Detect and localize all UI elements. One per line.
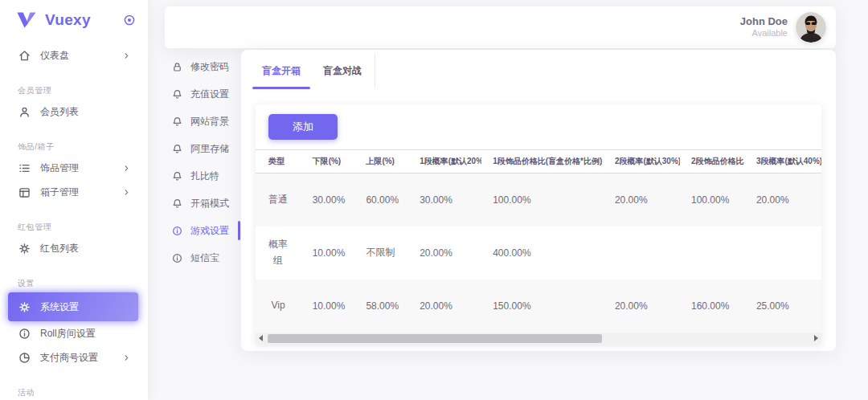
cell-value: 160.00% [680, 280, 745, 333]
cell-value [745, 227, 821, 280]
submenu-item-unbox-mode[interactable]: 开箱模式 [165, 190, 237, 217]
submenu-item-ali-storage[interactable]: 阿里存储 [165, 135, 237, 162]
sidebar-item-redpacket-list[interactable]: 红包列表 [8, 236, 138, 260]
tab-bar: 盲盒开箱 盲盒对战 [241, 50, 836, 92]
gear-icon [18, 242, 31, 255]
cell-value: 150.00% [481, 280, 604, 333]
cell-value: 20.00% [745, 173, 821, 227]
brand: Vuexy [0, 0, 148, 37]
chevron-right-icon [121, 353, 132, 363]
brand-name: Vuexy [45, 11, 122, 29]
lock-icon [171, 61, 183, 73]
scrollbar-track[interactable] [266, 333, 811, 345]
user-icon [18, 105, 31, 119]
sidebar-item-box-management[interactable]: 箱子管理 [8, 180, 138, 204]
bell-icon [171, 170, 183, 182]
submenu-item-zhabite[interactable]: 扎比特 [165, 162, 237, 190]
chevron-right-icon [121, 51, 132, 61]
sidebar-item-item-management[interactable]: 饰品管理 [8, 156, 138, 180]
topbar: John Doe Available [165, 6, 836, 48]
cell-value: 10.00% [301, 227, 355, 280]
cell-value: 100.00% [481, 173, 604, 227]
sidebar-section-members: 会员管理 [0, 82, 148, 100]
submenu-item-website-background[interactable]: 网站背景 [165, 108, 237, 135]
cell-value: 100.00% [680, 173, 745, 227]
tab-bar-divider [375, 53, 375, 88]
cell-value: 10.00% [301, 280, 355, 333]
gear-icon [18, 300, 31, 314]
submenu-item-change-password[interactable]: 修改密码 [165, 53, 237, 80]
add-button[interactable]: 添加 [268, 114, 338, 140]
table-row: 概率组 10.00% 不限制 20.00% 400.00% [256, 227, 821, 280]
scroll-left-arrow[interactable] [256, 333, 266, 345]
cell-value: 60.00% [354, 173, 408, 227]
col-header-upper-limit: 上限(%) [354, 150, 408, 173]
col-header-stage3-probability: 3段概率(默认40%) [745, 150, 821, 173]
submenu-item-recharge-settings[interactable]: 充值设置 [165, 80, 237, 108]
cell-value: 30.00% [408, 173, 481, 227]
scroll-right-arrow[interactable] [811, 333, 821, 345]
cell-value: 30.00% [301, 173, 355, 227]
horizontal-scrollbar[interactable] [256, 333, 821, 345]
col-header-type: 类型 [256, 150, 301, 173]
sidebar: Vuexy 仪表盘 会员管理 会员列表 饰品/箱子 饰品管理 [0, 0, 148, 400]
user-status: Available [740, 28, 788, 39]
bell-icon [171, 198, 183, 210]
table-row: Vip 10.00% 58.00% 20.00% 150.00% 20.00% … [256, 280, 821, 333]
menu-pin-toggle-icon[interactable] [122, 13, 137, 27]
probability-table: 类型 下限(%) 上限(%) 1段概率(默认20%) 1段饰品价格比(盲盒价格*… [256, 149, 821, 333]
col-header-stage2-probability: 2段概率(默认30%) [604, 150, 680, 173]
bell-icon [171, 88, 183, 100]
cell-value: 58.00% [354, 280, 408, 333]
list-icon [18, 161, 31, 175]
sidebar-section-settings: 设置 [0, 275, 148, 292]
submenu-item-sms-treasure[interactable]: 短信宝 [165, 244, 237, 271]
col-header-stage2-price-ratio: 2段饰品价格比 [680, 150, 745, 173]
col-header-lower-limit: 下限(%) [301, 150, 355, 173]
sidebar-item-system-settings[interactable]: 系统设置 [8, 292, 138, 321]
chevron-right-icon [121, 163, 132, 173]
col-header-stage1-price-ratio: 1段饰品价格比(盲盒价格*比例) [481, 150, 604, 173]
pie-chart-icon [18, 351, 31, 365]
cell-value [604, 227, 680, 280]
submenu-item-game-settings[interactable]: 游戏设置 [165, 217, 237, 244]
user-name: John Doe [740, 15, 788, 28]
app-screen: Vuexy 仪表盘 会员管理 会员列表 饰品/箱子 饰品管理 [0, 0, 868, 400]
cell-value: 20.00% [604, 173, 680, 227]
cell-value: 20.00% [408, 280, 481, 333]
tab-blindbox-open[interactable]: 盲盒开箱 [251, 50, 312, 92]
chevron-right-icon [121, 187, 132, 198]
info-circle-icon [171, 252, 183, 264]
bell-icon [171, 116, 183, 128]
sidebar-item-roll-room-settings[interactable]: Roll房间设置 [8, 321, 138, 345]
cell-value: 20.00% [604, 280, 680, 333]
settings-submenu: 修改密码 充值设置 网站背景 阿里存储 扎比特 开箱模式 游戏设置 短信宝 [165, 53, 237, 271]
box-layout-icon [18, 186, 31, 199]
col-header-stage1-probability: 1段概率(默认20%) [408, 150, 481, 173]
cell-value: 不限制 [354, 227, 408, 280]
bell-icon [171, 143, 183, 155]
cell-value: 25.00% [745, 280, 821, 333]
info-circle-icon [18, 327, 31, 341]
table-toolbar: 添加 [256, 104, 821, 149]
sidebar-section-items-boxes: 饰品/箱子 [0, 138, 148, 156]
sidebar-section-activity: 活动 [0, 384, 148, 400]
sidebar-item-member-list[interactable]: 会员列表 [8, 100, 138, 124]
cell-value: 400.00% [481, 227, 604, 280]
sidebar-item-dashboard[interactable]: 仪表盘 [8, 43, 138, 67]
home-icon [18, 49, 31, 63]
avatar[interactable] [796, 12, 826, 43]
cell-type: 普通 [268, 192, 288, 207]
info-circle-icon [171, 225, 183, 237]
cell-type: 概率组 [268, 237, 288, 267]
main-content-card: 盲盒开箱 盲盒对战 添加 类型 下限(%) 上限(%) [241, 50, 836, 351]
game-settings-panel: 添加 类型 下限(%) 上限(%) 1段概率(默认20%) 1段饰品价格比(盲盒… [256, 104, 821, 345]
avatar-photo [796, 12, 826, 43]
table-header-row: 类型 下限(%) 上限(%) 1段概率(默认20%) 1段饰品价格比(盲盒价格*… [256, 150, 821, 173]
user-info: John Doe Available [740, 15, 788, 39]
sidebar-item-payment-merchant-settings[interactable]: 支付商号设置 [8, 345, 138, 369]
scrollbar-thumb[interactable] [268, 334, 602, 343]
sidebar-nav: 仪表盘 会员管理 会员列表 饰品/箱子 饰品管理 箱子管理 红包管理 [0, 37, 148, 400]
cell-type: Vip [268, 298, 288, 313]
tab-blindbox-battle[interactable]: 盲盒对战 [312, 50, 373, 92]
